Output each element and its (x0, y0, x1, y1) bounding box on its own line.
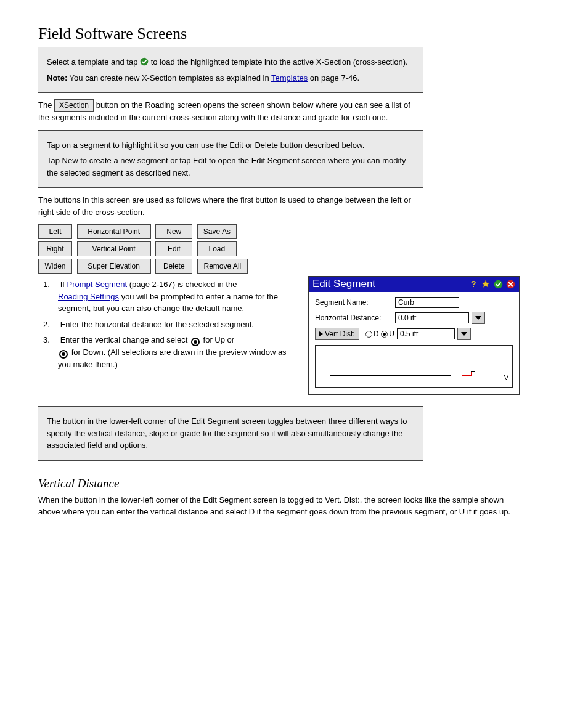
vertical-distance-heading: Vertical Distance (38, 477, 550, 490)
right-button[interactable]: Right (38, 241, 72, 256)
svg-marker-7 (461, 332, 467, 336)
note-label: Note: (47, 73, 67, 83)
para-buttons-intro: The buttons in this screen are used as f… (38, 194, 423, 218)
svg-point-0 (141, 58, 149, 66)
step3-num: 3. (43, 334, 58, 346)
svg-text:?: ? (471, 280, 476, 288)
ok-icon[interactable] (493, 279, 503, 289)
down-radio-icon (59, 350, 68, 359)
segment-name-input[interactable] (395, 297, 459, 308)
segment-name-label: Segment Name: (315, 298, 395, 307)
callout2-line2: Tap New to create a new segment or tap E… (47, 155, 416, 179)
vertical-point-button[interactable]: Vertical Point (77, 241, 151, 256)
favorite-icon[interactable] (481, 279, 491, 289)
help-icon[interactable]: ? (468, 279, 478, 289)
down-radio[interactable] (365, 331, 372, 338)
edit-button[interactable]: Edit (155, 241, 192, 256)
vert-dist-toggle[interactable]: Vert Dist: (315, 328, 359, 340)
svg-marker-2 (482, 280, 489, 287)
callout1-line1b: to load the highlighted template into th… (151, 57, 408, 67)
callout-load-template: Select a template and tap to load the hi… (38, 47, 423, 93)
up-label: U (389, 330, 394, 338)
edit-segment-dialog: Edit Segment ? Segment Name: (308, 276, 520, 395)
para1-a: The (38, 100, 54, 110)
dialog-titlebar: Edit Segment ? (309, 277, 519, 292)
note-text-a: You can create new X-Section templates a… (70, 73, 271, 83)
vdist-input[interactable] (397, 328, 455, 339)
callout3-text: The button in the lower-left corner of t… (47, 415, 416, 452)
up-radio-icon (191, 338, 200, 346)
templates-link[interactable]: Templates (271, 73, 308, 83)
page-title: Field Software Screens (38, 25, 550, 43)
horizontal-point-button[interactable]: Horizontal Point (77, 224, 151, 239)
step1-num: 1. (43, 278, 58, 291)
new-button[interactable]: New (155, 224, 192, 239)
delete-button[interactable]: Delete (155, 259, 192, 274)
roading-settings-link[interactable]: Roading Settings (58, 292, 119, 301)
ok-icon (140, 57, 149, 66)
para-xsection: The XSection button on the Roading scree… (38, 99, 423, 124)
step2-text: Enter the horizontal distance for the se… (60, 320, 254, 329)
para1-b: button on the Roading screen opens the s… (38, 100, 410, 122)
close-icon[interactable] (505, 279, 515, 289)
save-as-button[interactable]: Save As (197, 224, 237, 239)
callout2-line1: Tap on a segment to highlight it so you … (47, 139, 416, 152)
step3-c: for Down. (All selections are drawn in t… (58, 347, 287, 369)
steps-list: 1. If Prompt Segment (page 2-167) is che… (43, 278, 297, 371)
svg-marker-6 (319, 331, 323, 336)
vert-dist-label: Vert Dist: (325, 330, 355, 338)
segment-preview: V (315, 345, 513, 388)
up-radio[interactable] (381, 331, 388, 338)
note-text-b: on page 7-46. (310, 73, 359, 83)
button-grid: Left Horizontal Point New Save As Right … (38, 224, 550, 274)
para-vertical-distance: When the button in the lower-left corner… (38, 494, 513, 518)
callout1-line1a: Select a template and tap (47, 57, 140, 67)
step1-c: (page 2-167) is checked in the (129, 280, 237, 289)
widen-button[interactable]: Widen (38, 259, 72, 274)
super-elevation-button[interactable]: Super Elevation (77, 259, 151, 274)
left-button[interactable]: Left (38, 224, 72, 239)
callout-segment-list: Tap on a segment to highlight it so you … (38, 130, 423, 189)
callout-toggle-note: The button in the lower-left corner of t… (38, 406, 423, 461)
down-label: D (374, 330, 379, 338)
hdist-dropdown[interactable] (472, 312, 485, 324)
remove-all-button[interactable]: Remove All (197, 259, 248, 274)
preview-v-label: V (504, 374, 508, 381)
step2-num: 2. (43, 319, 58, 331)
hdist-input[interactable] (395, 312, 469, 323)
step1-a: If (60, 280, 67, 289)
svg-marker-5 (475, 316, 481, 320)
prompt-segment-link[interactable]: Prompt Segment (67, 280, 127, 289)
step3-b: for Up or (203, 335, 235, 344)
xsection-button[interactable]: XSection (54, 99, 94, 112)
dialog-title: Edit Segment (312, 278, 468, 290)
hdist-label: Horizontal Distance: (315, 314, 395, 322)
step3-a: Enter the vertical change and select (60, 335, 190, 344)
load-button[interactable]: Load (197, 241, 237, 256)
vdist-dropdown[interactable] (457, 328, 471, 340)
